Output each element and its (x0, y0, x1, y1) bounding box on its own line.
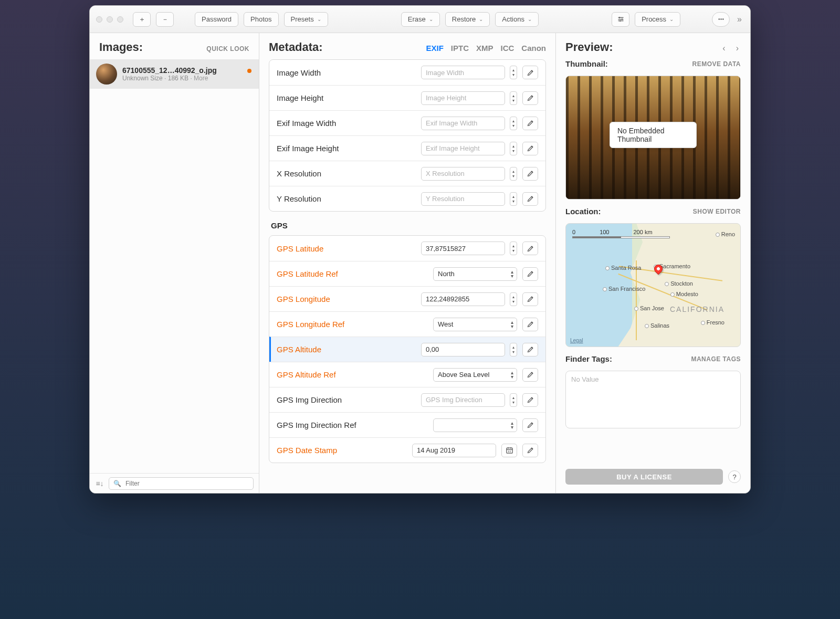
meta-value-field[interactable]: West▴▾ (433, 318, 517, 331)
calendar-button[interactable] (501, 444, 517, 457)
view-options-button[interactable] (612, 12, 629, 27)
meta-label: GPS Latitude Ref (277, 269, 428, 278)
meta-label: X Resolution (277, 169, 416, 178)
meta-value-field[interactable]: Exif Image Width (421, 117, 505, 130)
add-button[interactable]: ＋ (133, 12, 151, 27)
meta-label: Y Resolution (277, 194, 416, 203)
overflow-icon[interactable]: » (735, 15, 744, 24)
modified-indicator-icon (247, 69, 251, 73)
help-button[interactable]: ? (728, 470, 741, 483)
meta-row-gps-longitude-ref: GPS Longitude RefWest▴▾ (269, 311, 545, 337)
stepper-control[interactable]: ▴▾ (510, 142, 517, 155)
password-button[interactable]: Password (195, 12, 238, 27)
meta-row-x-resolution: X ResolutionX Resolution▴▾ (269, 161, 545, 186)
process-menu[interactable]: Process⌄ (635, 12, 680, 27)
manage-tags-button[interactable]: MANAGE TAGS (691, 355, 741, 363)
stepper-control[interactable]: ▴▾ (510, 66, 517, 79)
image-list-item[interactable]: 67100555_12…40992_o.jpg Unknown Size · 1… (90, 59, 259, 89)
prev-image-button[interactable]: ‹ (720, 44, 727, 53)
meta-label: Image Width (277, 68, 416, 77)
meta-value-field[interactable]: Above Sea Level▴▾ (433, 368, 517, 382)
stepper-control[interactable]: ▴▾ (510, 91, 517, 105)
meta-value-field[interactable]: ▴▾ (433, 418, 517, 432)
edit-button[interactable] (522, 267, 538, 281)
quick-look-button[interactable]: QUICK LOOK (206, 45, 249, 53)
map-scale: 0100200 km (572, 229, 670, 238)
more-button[interactable] (712, 12, 730, 27)
meta-value-field[interactable]: 0,00 (421, 343, 505, 356)
meta-label: Exif Image Height (277, 144, 416, 153)
meta-value-field[interactable]: Exif Image Height (421, 142, 505, 155)
stepper-control[interactable]: ▴▾ (510, 393, 517, 407)
meta-row-exif-image-width: Exif Image WidthExif Image Width▴▾ (269, 110, 545, 135)
meta-value-field[interactable]: GPS Img Direction (421, 393, 505, 407)
pencil-icon (527, 170, 534, 177)
meta-value-field[interactable]: Image Height (421, 91, 505, 105)
tab-exif[interactable]: EXIF (426, 44, 443, 53)
buy-license-button[interactable]: BUY A LICENSE (565, 469, 723, 485)
stepper-control[interactable]: ▴▾ (510, 192, 517, 206)
pencil-icon (527, 94, 534, 102)
edit-button[interactable] (522, 318, 538, 331)
photos-button[interactable]: Photos (244, 12, 278, 27)
image-more-link[interactable]: More (194, 75, 208, 82)
stepper-control[interactable]: ▴▾ (510, 343, 517, 356)
calendar-icon (506, 446, 513, 454)
edit-button[interactable] (522, 66, 538, 79)
meta-value-field[interactable]: Image Width (421, 66, 505, 79)
edit-button[interactable] (522, 444, 538, 457)
stepper-control[interactable]: ▴▾ (510, 117, 517, 130)
edit-button[interactable] (522, 167, 538, 181)
actions-menu[interactable]: Actions⌄ (495, 12, 539, 27)
erase-menu[interactable]: Erase⌄ (401, 12, 440, 27)
edit-button[interactable] (522, 368, 538, 382)
edit-button[interactable] (522, 192, 538, 206)
location-map[interactable]: 0100200 km Reno Santa Rosa Sacramento Sa… (565, 223, 741, 347)
app-window: ＋ － Password Photos Presets⌄ Erase⌄ Rest… (89, 5, 751, 494)
zoom-window[interactable] (117, 16, 123, 23)
tab-icc[interactable]: ICC (500, 44, 514, 53)
remove-data-button[interactable]: REMOVE DATA (692, 60, 741, 68)
edit-button[interactable] (522, 343, 538, 356)
stepper-control[interactable]: ▴▾ (510, 242, 517, 255)
tab-canon[interactable]: Canon (521, 44, 546, 53)
metadata-panel: Metadata: EXIF IPTC XMP ICC Canon Image … (259, 33, 556, 493)
map-legal-link[interactable]: Legal (570, 338, 583, 343)
meta-value-field[interactable]: 37,87515827 (421, 242, 505, 255)
edit-button[interactable] (522, 91, 538, 105)
filter-input[interactable] (124, 479, 249, 488)
edit-button[interactable] (522, 393, 538, 407)
edit-button[interactable] (522, 242, 538, 255)
minimize-window[interactable] (107, 16, 113, 23)
close-window[interactable] (96, 16, 102, 23)
finder-tags-label: Finder Tags: (565, 354, 612, 363)
tab-iptc[interactable]: IPTC (451, 44, 469, 53)
tab-xmp[interactable]: XMP (476, 44, 494, 53)
sort-button[interactable]: ≡↓ (95, 479, 104, 488)
meta-row-y-resolution: Y ResolutionY Resolution▴▾ (269, 186, 545, 211)
edit-button[interactable] (522, 117, 538, 130)
meta-value-field[interactable]: Y Resolution (421, 192, 505, 206)
meta-row-gps-longitude: GPS Longitude122,24892855▴▾ (269, 286, 545, 311)
meta-value-field[interactable]: 14 Aug 2019 (412, 444, 496, 457)
show-editor-button[interactable]: SHOW EDITOR (693, 208, 741, 215)
thumbnail-box: No Embedded Thumbnail (565, 76, 741, 200)
meta-value-field[interactable]: 122,24892855 (421, 292, 505, 306)
titlebar: ＋ － Password Photos Presets⌄ Erase⌄ Rest… (90, 6, 750, 33)
meta-value-field[interactable]: X Resolution (421, 167, 505, 181)
remove-button[interactable]: － (156, 12, 174, 27)
presets-menu[interactable]: Presets⌄ (284, 12, 328, 27)
meta-row-gps-latitude-ref: GPS Latitude RefNorth▴▾ (269, 261, 545, 286)
gps-section-title: GPS (271, 221, 544, 230)
edit-button[interactable] (522, 292, 538, 306)
stepper-control[interactable]: ▴▾ (510, 167, 517, 181)
stepper-control[interactable]: ▴▾ (510, 292, 517, 306)
edit-button[interactable] (522, 418, 538, 432)
pencil-icon (527, 295, 534, 303)
meta-value-field[interactable]: North▴▾ (433, 267, 517, 281)
next-image-button[interactable]: › (734, 44, 741, 53)
filter-field[interactable]: 🔍 (109, 477, 254, 490)
finder-tags-field[interactable]: No Value (565, 371, 741, 428)
restore-menu[interactable]: Restore⌄ (445, 12, 490, 27)
edit-button[interactable] (522, 142, 538, 155)
